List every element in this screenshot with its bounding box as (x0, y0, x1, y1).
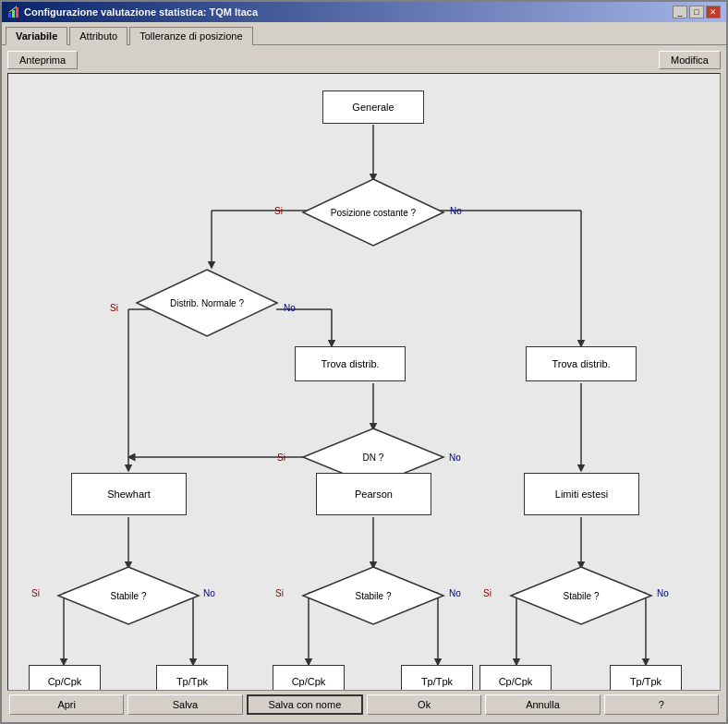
label-si-stabile3: Si (483, 588, 491, 598)
generale-box: Generale (322, 90, 424, 124)
close-button[interactable]: ✕ (706, 6, 721, 18)
cp-cpk-1-box: Cp/Cpk (29, 665, 101, 691)
modifica-button[interactable]: Modifica (659, 51, 721, 69)
label-si-dn: Si (277, 452, 285, 463)
apri-button[interactable]: Apri (9, 694, 124, 715)
limiti-estesi-box: Limiti estesi (524, 473, 639, 515)
svg-rect-0 (8, 13, 11, 18)
label-no-stabile2: No (449, 588, 461, 598)
label-si-stabile1: Si (31, 588, 40, 598)
label-si-stabile2: Si (275, 588, 284, 598)
minimize-button[interactable]: _ (673, 6, 687, 18)
tab-attributo[interactable]: Attributo (69, 27, 127, 45)
maximize-button[interactable]: □ (689, 6, 704, 18)
label-no-distrib: No (284, 303, 296, 313)
salva-con-nome-button[interactable]: Salva con nome (247, 694, 363, 715)
cp-cpk-2-box: Cp/Cpk (273, 665, 345, 691)
window-title: Configurazione valutazione statistica: T… (24, 6, 258, 18)
svg-rect-2 (16, 7, 18, 18)
annulla-button[interactable]: Annulla (485, 694, 600, 715)
label-no-posizione: No (450, 206, 462, 216)
ok-button[interactable]: Ok (367, 694, 481, 715)
main-window: Configurazione valutazione statistica: T… (0, 0, 728, 724)
tp-tpk-2-box: Tp/Tpk (401, 665, 473, 691)
label-no-dn: No (449, 452, 461, 463)
title-bar: Configurazione valutazione statistica: T… (2, 2, 726, 22)
app-icon (7, 6, 20, 18)
label-si-posizione: Si (274, 206, 283, 216)
stabile1-diamond: Stabile ? (55, 563, 202, 628)
posizione-costante-diamond: Posizione costante ? (299, 175, 447, 249)
label-si-distrib: Si (110, 303, 118, 313)
shewhart-box: Shewhart (71, 473, 187, 515)
tp-tpk-3-box: Tp/Tpk (610, 665, 682, 691)
stabile2-diamond: Stabile ? (299, 563, 447, 628)
diagram-area: Generale Posizione costante ? Si No (7, 73, 721, 691)
help-button[interactable]: ? (604, 694, 719, 715)
tabs-bar: Variabile Attributo Tolleranze di posizi… (2, 22, 726, 44)
trova-distrib-left-box: Trova distrib. (295, 346, 406, 381)
footer-bar: Apri Salva Salva con nome Ok Annulla ? (7, 691, 721, 717)
content-area: Anteprima Modifica (2, 44, 726, 722)
anteprima-button[interactable]: Anteprima (7, 51, 78, 69)
tab-tolleranze[interactable]: Tolleranze di posizione (129, 27, 252, 45)
label-no-stabile1: No (203, 588, 215, 598)
dn-diamond: DN ? (299, 425, 447, 489)
tp-tpk-1-box: Tp/Tpk (156, 665, 228, 691)
title-bar-buttons: _ □ ✕ (673, 6, 721, 18)
toolbar-row: Anteprima Modifica (7, 51, 721, 69)
tab-variabile[interactable]: Variabile (6, 27, 67, 45)
trova-distrib-right-box: Trova distrib. (526, 346, 637, 381)
stabile3-diamond: Stabile ? (507, 563, 655, 628)
cp-cpk-3-box: Cp/Cpk (479, 665, 552, 691)
salva-button[interactable]: Salva (127, 694, 242, 715)
label-no-stabile3: No (657, 588, 669, 598)
svg-rect-1 (12, 10, 15, 18)
distrib-normale-diamond: Distrib. Normale ? (133, 266, 281, 340)
title-bar-left: Configurazione valutazione statistica: T… (7, 6, 258, 18)
